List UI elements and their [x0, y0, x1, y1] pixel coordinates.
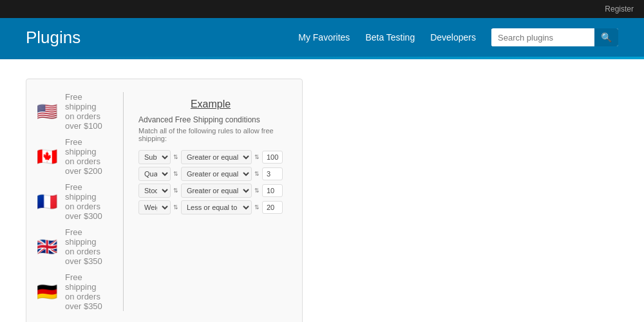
condition-op-select-2[interactable]: Greater or equal to [181, 184, 252, 198]
flags-column: 🇺🇸 Free shipping on orders over $100 🇨🇦 … [37, 92, 108, 311]
main-nav: My Favorites Beta Testing Developers 🔍 [298, 28, 618, 46]
top-bar: Register [0, 0, 644, 18]
condition-value-1: 3 [262, 167, 283, 180]
condition-value-3: 20 [262, 201, 283, 214]
flag-row-4: 🇩🇪 Free shipping on orders over $350 [37, 272, 108, 311]
flag-row-1: 🇨🇦 Free shipping on orders over $200 [37, 137, 108, 176]
header: Plugins My Favorites Beta Testing Develo… [0, 18, 644, 57]
flag-text-4: Free shipping on orders over $350 [65, 272, 108, 311]
condition-row-0: Subtotal ⇅ Greater or equal to ⇅ 100 [138, 150, 283, 164]
condition-field-select-2[interactable]: Stock [138, 184, 171, 198]
arrow-icon-op-1: ⇅ [254, 171, 260, 177]
condition-field-select-1[interactable]: Quantity [138, 167, 171, 181]
search-wrap: 🔍 [491, 28, 618, 46]
arrow-icon-3: ⇅ [173, 204, 178, 211]
flag-text-0: Free shipping on orders over $100 [65, 92, 108, 131]
condition-row-1: Quantity ⇅ Greater or equal to ⇅ 3 [138, 167, 283, 181]
example-title: Example [138, 99, 283, 110]
condition-value-2: 10 [262, 184, 283, 197]
flag-icon-4: 🇩🇪 [37, 282, 57, 302]
flag-icon-0: 🇺🇸 [37, 102, 57, 122]
condition-field-select-0[interactable]: Subtotal [138, 150, 171, 164]
condition-field-select-3[interactable]: Weight [138, 200, 171, 214]
nav-beta-testing[interactable]: Beta Testing [365, 32, 415, 43]
flag-icon-2: 🇫🇷 [37, 192, 57, 212]
example-subtitle: Advanced Free Shipping conditions [138, 115, 283, 124]
flag-text-2: Free shipping on orders over $300 [65, 182, 108, 221]
flag-icon-1: 🇨🇦 [37, 147, 57, 167]
nav-my-favorites[interactable]: My Favorites [298, 32, 350, 43]
arrow-icon-op-3: ⇅ [254, 204, 260, 211]
condition-row-2: Stock ⇅ Greater or equal to ⇅ 10 [138, 184, 283, 198]
search-input[interactable] [491, 29, 594, 46]
screenshot-left: 🇺🇸 Free shipping on orders over $100 🇨🇦 … [26, 79, 303, 322]
flag-row-0: 🇺🇸 Free shipping on orders over $100 [37, 92, 108, 131]
example-description: Match all of the following rules to allo… [138, 127, 283, 142]
condition-row-3: Weight ⇅ Less or equal to ⇅ 20 [138, 200, 283, 214]
flag-text-3: Free shipping on orders over $350 [65, 227, 108, 266]
flag-row-3: 🇬🇧 Free shipping on orders over $350 [37, 227, 108, 266]
plugin-preview: 🇺🇸 Free shipping on orders over $100 🇨🇦 … [26, 79, 618, 322]
example-box: Example Advanced Free Shipping condition… [129, 92, 292, 311]
arrow-icon-2: ⇅ [173, 187, 178, 194]
arrow-icon-1: ⇅ [173, 171, 178, 177]
search-button[interactable]: 🔍 [594, 28, 618, 46]
arrow-icon-op-2: ⇅ [254, 187, 260, 194]
condition-op-select-1[interactable]: Greater or equal to [181, 167, 252, 181]
nav-developers[interactable]: Developers [430, 32, 476, 43]
site-logo[interactable]: Plugins [26, 28, 80, 48]
condition-op-select-0[interactable]: Greater or equal to [181, 150, 252, 164]
arrow-icon-op-0: ⇅ [254, 154, 260, 160]
register-link[interactable]: Register [605, 5, 634, 14]
flag-row-2: 🇫🇷 Free shipping on orders over $300 [37, 182, 108, 221]
main-content: 🇺🇸 Free shipping on orders over $100 🇨🇦 … [0, 59, 644, 322]
flag-text-1: Free shipping on orders over $200 [65, 137, 108, 176]
condition-value-0: 100 [262, 151, 283, 164]
condition-op-select-3[interactable]: Less or equal to [181, 200, 252, 214]
flag-icon-3: 🇬🇧 [37, 237, 57, 257]
arrow-icon-0: ⇅ [173, 154, 178, 160]
